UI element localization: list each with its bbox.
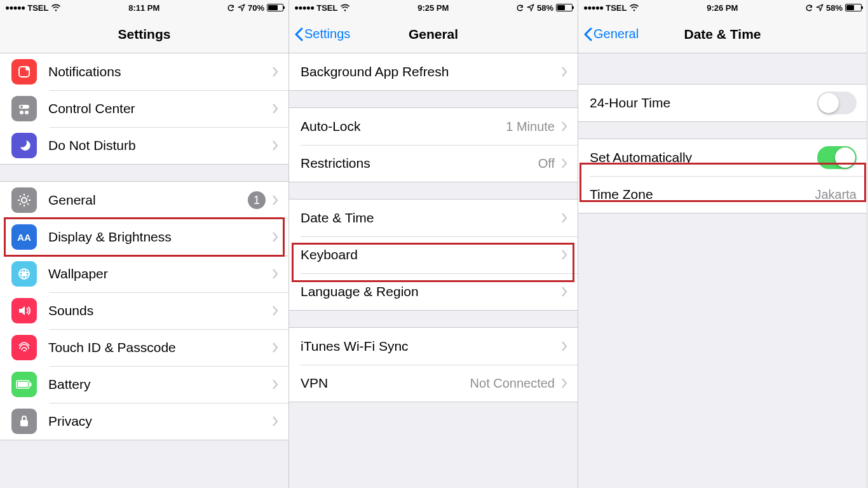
general-icon (11, 187, 37, 213)
row-keyboard[interactable]: Keyboard (289, 236, 578, 273)
row-display-brightness[interactable]: AA Display & Brightness (0, 219, 288, 255)
nav-bar: Settings General (289, 15, 578, 53)
settings-list: Notifications Control Center Do Not Dist… (0, 53, 288, 440)
row-battery[interactable]: Battery (0, 366, 288, 403)
row-general[interactable]: General 1 (0, 182, 288, 219)
nav-back-label: General (593, 27, 639, 41)
row-label: Date & Time (301, 210, 561, 226)
wifi-icon (51, 4, 61, 11)
do-not-disturb-icon (11, 133, 37, 158)
rotation-lock-icon (516, 4, 524, 12)
battery-fill (557, 5, 565, 10)
svg-point-5 (25, 111, 29, 114)
row-date-time[interactable]: Date & Time (289, 200, 578, 236)
touch-id-icon (11, 335, 37, 360)
svg-line-13 (20, 203, 21, 205)
row-value: Jakarta (815, 187, 857, 202)
signal-dots-icon: ●●●●● (583, 3, 603, 12)
chevron-right-icon (561, 287, 567, 297)
toggle-set-automatically[interactable] (817, 146, 857, 169)
row-label: Time Zone (590, 187, 815, 202)
row-label: Touch ID & Passcode (48, 340, 272, 355)
row-control-center[interactable]: Control Center (0, 90, 288, 127)
wallpaper-icon (11, 261, 37, 287)
svg-point-1 (25, 67, 29, 71)
row-value: 1 Minute (506, 119, 555, 134)
row-restrictions[interactable]: Restrictions Off (289, 145, 578, 182)
chevron-right-icon (272, 342, 278, 353)
status-time: 9:26 PM (707, 3, 738, 13)
row-value: Off (538, 156, 555, 171)
status-left: ●●●●● TSEL (294, 3, 350, 13)
badge-count: 1 (248, 191, 266, 209)
status-right: 58% (805, 3, 862, 13)
location-icon (527, 4, 534, 11)
notifications-icon (11, 59, 37, 85)
date-time-group-1: 24-Hour Time (578, 84, 867, 122)
row-label: Restrictions (301, 156, 538, 171)
rotation-lock-icon (227, 4, 235, 12)
row-touchid-passcode[interactable]: Touch ID & Passcode (0, 329, 288, 366)
row-value: Not Connected (470, 376, 555, 391)
row-label: Display & Brightness (48, 229, 272, 245)
chevron-right-icon (272, 269, 278, 279)
row-wallpaper[interactable]: Wallpaper (0, 255, 288, 292)
row-label: 24-Hour Time (590, 95, 817, 111)
row-sounds[interactable]: Sounds (0, 292, 288, 329)
row-vpn[interactable]: VPN Not Connected (289, 365, 578, 402)
row-label: Language & Region (301, 284, 561, 299)
chevron-right-icon (272, 379, 278, 390)
row-auto-lock[interactable]: Auto-Lock 1 Minute (289, 108, 578, 145)
location-icon (816, 4, 824, 11)
row-label: VPN (301, 376, 470, 391)
row-label: Keyboard (301, 247, 561, 262)
status-right: 58% (516, 3, 573, 13)
row-time-zone[interactable]: Time Zone Jakarta (578, 176, 867, 213)
svg-point-4 (20, 111, 24, 114)
chevron-right-icon (272, 306, 278, 316)
nav-title: Date & Time (684, 27, 761, 42)
battery-pct: 70% (248, 3, 264, 13)
battery-icon (556, 4, 573, 11)
carrier-label: TSEL (316, 3, 337, 13)
row-label: Notifications (48, 64, 272, 79)
svg-line-12 (27, 203, 29, 205)
battery-icon (845, 4, 862, 11)
row-do-not-disturb[interactable]: Do Not Disturb (0, 127, 288, 164)
nav-back-button[interactable]: Settings (294, 15, 350, 53)
carrier-label: TSEL (27, 3, 48, 13)
wifi-icon (629, 4, 639, 11)
chevron-right-icon (272, 232, 278, 242)
nav-back-button[interactable]: General (583, 15, 639, 53)
row-language-region[interactable]: Language & Region (289, 273, 578, 310)
display-brightness-icon: AA (11, 224, 37, 250)
carrier-label: TSEL (606, 3, 627, 13)
panel-date-time: ●●●●● TSEL 9:26 PM 58% General Date & Ti… (578, 0, 867, 488)
row-background-app-refresh[interactable]: Background App Refresh (289, 53, 578, 90)
chevron-right-icon (561, 341, 567, 351)
row-set-automatically[interactable]: Set Automatically (578, 139, 867, 176)
battery-fill (268, 5, 278, 10)
nav-back-label: Settings (304, 27, 350, 41)
row-label: Privacy (48, 414, 272, 429)
row-privacy[interactable]: Privacy (0, 403, 288, 440)
date-time-list: 24-Hour Time Set Automatically Time Zone… (578, 53, 867, 230)
status-right: 70% (227, 3, 283, 13)
row-notifications[interactable]: Notifications (0, 53, 288, 90)
row-label: Do Not Disturb (48, 138, 272, 153)
row-24-hour-time[interactable]: 24-Hour Time (578, 85, 867, 121)
chevron-right-icon (272, 104, 278, 114)
svg-line-14 (27, 196, 29, 197)
wifi-icon (340, 4, 350, 11)
general-group-3: Date & Time Keyboard Language & Region (289, 199, 578, 311)
toggle-24-hour-time[interactable] (817, 92, 857, 114)
nav-bar: General Date & Time (578, 15, 867, 53)
privacy-icon (11, 409, 37, 434)
group-spacer (578, 53, 867, 84)
signal-dots-icon: ●●●●● (294, 3, 314, 12)
general-group-1: Background App Refresh (289, 53, 578, 91)
general-list: Background App Refresh Auto-Lock 1 Minut… (289, 53, 578, 402)
row-itunes-wifi-sync[interactable]: iTunes Wi-Fi Sync (289, 328, 578, 365)
battery-icon (267, 4, 283, 11)
general-group-4: iTunes Wi-Fi Sync VPN Not Connected (289, 327, 578, 402)
